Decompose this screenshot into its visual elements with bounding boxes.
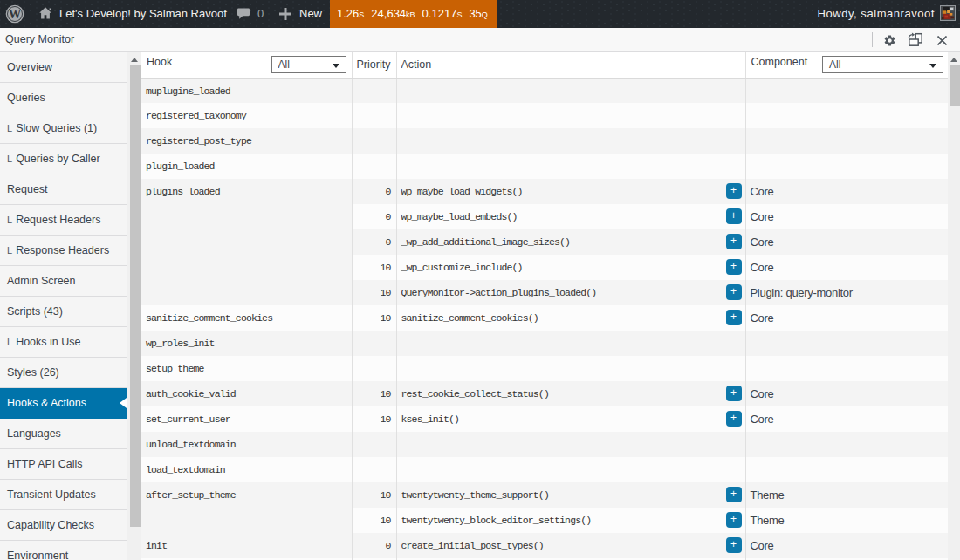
svg-text:W: W [9, 7, 22, 21]
